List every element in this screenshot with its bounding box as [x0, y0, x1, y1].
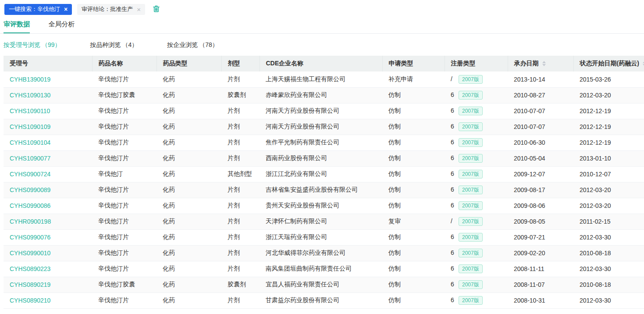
registration-type-number: 6: [451, 107, 455, 114]
cell-name: 辛伐他汀片: [92, 182, 157, 198]
cell-id: CYHR0900198: [4, 214, 92, 229]
cell-reg: 62007版: [445, 182, 508, 198]
cell-application: 仿制: [382, 150, 445, 166]
cell-status_date: 2013-01-10: [573, 150, 644, 166]
cell-id: CYHS0890210: [4, 293, 92, 308]
cell-company: 西南药业股份有限公司: [260, 150, 382, 166]
cell-type: 化药: [157, 103, 221, 119]
search-filter-tag[interactable]: 一键搜索：辛伐他汀 ×: [4, 4, 72, 15]
cell-dosage: 片剂: [221, 198, 260, 214]
reg-version-badge: 2007版: [459, 138, 483, 147]
acceptance-number-link[interactable]: CYHS1090104: [10, 139, 50, 146]
acceptance-number-link[interactable]: CYHS0990076: [10, 234, 50, 241]
cell-type: 化药: [157, 135, 221, 150]
conclusion-filter-tag[interactable]: 审评结论：批准生产 ×: [77, 4, 145, 15]
cell-status_date: 2012-12-19: [573, 135, 644, 150]
acceptance-number-link[interactable]: CYHS0990010: [10, 250, 50, 257]
cell-accept_date: 2009-07-21: [508, 229, 573, 245]
cell-application: 仿制: [382, 103, 445, 119]
cell-accept_date: 2010-05-04: [508, 150, 573, 166]
registration-type-number: 6: [451, 296, 455, 303]
conclusion-filter-label: 审评结论：批准生产: [82, 5, 133, 13]
registration-type-number: 6: [451, 91, 455, 98]
cell-company: 天津怀仁制药有限公司: [260, 214, 382, 229]
cell-accept_date: 2009-02-20: [508, 245, 573, 261]
acceptance-number-link[interactable]: CYHS0990086: [10, 202, 50, 209]
cell-reg: 62007版: [445, 198, 508, 214]
close-icon[interactable]: ×: [64, 6, 68, 12]
cell-reg: /2007版: [445, 71, 508, 87]
cell-type: 化药: [157, 119, 221, 135]
cell-accept_date: 2009-12-07: [508, 166, 573, 182]
cell-type: 化药: [157, 71, 221, 87]
cell-name: 辛伐他汀片: [92, 135, 157, 150]
cell-status_date: 2012-12-19: [573, 103, 644, 119]
cell-dosage: 片剂: [221, 135, 260, 150]
tab-global-analysis[interactable]: 全局分析: [48, 20, 75, 33]
cell-accept_date: 2010-07-07: [508, 103, 573, 119]
cell-dosage: 片剂: [221, 214, 260, 229]
cell-company: 宜昌人福药业有限责任公司: [260, 277, 382, 293]
cell-application: 仿制: [382, 119, 445, 135]
count-badge: （99）: [42, 41, 61, 48]
acceptance-number-link[interactable]: CYHS0900724: [10, 171, 50, 178]
acceptance-number-link[interactable]: CYHR0900198: [10, 218, 51, 225]
acceptance-number-link[interactable]: CYHS0890219: [10, 281, 50, 288]
cell-accept_date: 2009-08-06: [508, 198, 573, 214]
sort-caret-icon[interactable]: [542, 61, 546, 66]
reg-version-badge: 2007版: [459, 280, 483, 289]
subtab-by-company[interactable]: 按企业浏览（78）: [167, 41, 218, 49]
acceptance-number-link[interactable]: CYHS1090109: [10, 123, 50, 130]
cell-id: CYHS1090110: [4, 103, 92, 119]
column-label: 剂型: [228, 60, 240, 67]
column-header-accept_date[interactable]: 承办日期: [508, 56, 573, 71]
acceptance-number-link[interactable]: CYHS1090130: [10, 92, 50, 99]
reg-version-badge: 2007版: [459, 233, 483, 242]
cell-name: 辛伐他汀片: [92, 293, 157, 308]
cell-name: 辛伐他汀片: [92, 119, 157, 135]
acceptance-number-link[interactable]: CYHS0890223: [10, 265, 50, 272]
close-icon[interactable]: ×: [137, 6, 141, 13]
cell-status_date: 2012-03-30: [573, 261, 644, 277]
reg-version-badge: 2007版: [459, 217, 483, 226]
cell-reg: 62007版: [445, 293, 508, 308]
browse-mode-tabs: 按受理号浏览（99） 按品种浏览（4） 按企业浏览（78）: [0, 34, 644, 56]
acceptance-number-link[interactable]: CYHS1090110: [10, 107, 50, 114]
acceptance-number-link[interactable]: CYHS0890210: [10, 297, 50, 304]
cell-name: 辛伐他汀: [92, 166, 157, 182]
cell-name: 辛伐他汀片: [92, 150, 157, 166]
reg-version-badge: 2007版: [459, 296, 483, 305]
cell-application: 仿制: [382, 229, 445, 245]
acceptance-number-link[interactable]: CYHS0990089: [10, 186, 50, 193]
cell-company: 吉林省集安益盛药业股份有限公司: [260, 182, 382, 198]
cell-reg: 62007版: [445, 166, 508, 182]
cell-status_date: 2011-02-15: [573, 214, 644, 229]
table-row: CYHS1090110辛伐他汀片化药片剂河南天方药业股份有限公司仿制62007版…: [4, 103, 644, 119]
cell-accept_date: 2010-07-07: [508, 119, 573, 135]
subtab-by-variety[interactable]: 按品种浏览（4）: [90, 41, 138, 49]
cell-type: 化药: [157, 198, 221, 214]
column-header-type: 药品类型: [157, 56, 221, 71]
subtab-by-acceptance-number[interactable]: 按受理号浏览（99）: [4, 41, 61, 49]
tab-review-data[interactable]: 审评数据: [4, 20, 30, 33]
cell-type: 化药: [157, 261, 221, 277]
cell-status_date: 2012-12-19: [573, 119, 644, 135]
cell-reg: 62007版: [445, 229, 508, 245]
column-header-id: 受理号: [4, 56, 92, 71]
cell-dosage: 片剂: [221, 229, 260, 245]
reg-version-badge: 2007版: [459, 186, 483, 194]
table-row: CYHB1390019辛伐他汀片化药片剂上海天赐福生物工程有限公司补充申请/20…: [4, 71, 644, 87]
cell-id: CYHS1090104: [4, 135, 92, 150]
registration-type-number: 6: [451, 170, 455, 177]
cell-status_date: 2010-12-07: [573, 166, 644, 182]
acceptance-number-link[interactable]: CYHB1390019: [10, 76, 50, 83]
cell-application: 仿制: [382, 166, 445, 182]
cell-status_date: 2010-08-18: [573, 245, 644, 261]
cell-reg: 62007版: [445, 119, 508, 135]
cell-application: 补充申请: [382, 71, 445, 87]
column-header-status_date[interactable]: 状态开始日期(药融云): [573, 56, 644, 71]
clear-filters-button[interactable]: [152, 4, 160, 14]
acceptance-number-link[interactable]: CYHS1090077: [10, 155, 50, 162]
cell-application: 仿制: [382, 293, 445, 308]
cell-type: 化药: [157, 182, 221, 198]
